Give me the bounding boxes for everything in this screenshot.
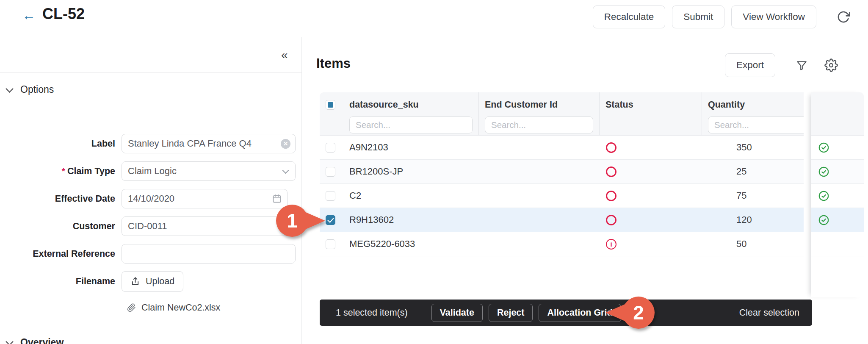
collapse-panel-icon[interactable]: « <box>281 48 288 62</box>
form-row-external-reference: External Reference <box>0 244 296 264</box>
panel-divider <box>301 37 302 344</box>
pinned-column-header <box>811 92 864 136</box>
pinned-cell <box>811 184 864 208</box>
row-status-icon: i <box>606 239 616 250</box>
annotation-step-2: 2 <box>622 297 655 329</box>
selection-bar: 1 selected item(s) Validate Reject Alloc… <box>320 300 812 326</box>
field-label: Customer <box>0 221 122 232</box>
row-status-icon <box>606 142 616 153</box>
table-row[interactable]: BR1200S-JP 25 <box>320 160 807 184</box>
field-label: Label <box>0 139 122 149</box>
annotation-pointer <box>306 212 325 229</box>
required-asterisk: * <box>62 166 65 176</box>
table-header: datasource_sku End Customer Id Status Qu… <box>320 92 807 136</box>
quantity-search-input[interactable] <box>708 117 807 133</box>
field-label: Effective Date <box>0 194 122 204</box>
gear-icon[interactable] <box>824 58 838 72</box>
clear-icon[interactable]: ✕ <box>281 139 290 149</box>
column-end-customer-id[interactable]: End Customer Id <box>478 92 599 135</box>
column-header-label: End Customer Id <box>479 97 599 114</box>
row-status-icon <box>606 215 616 225</box>
row-status-icon <box>606 191 616 201</box>
options-section-header[interactable]: Options <box>7 84 54 95</box>
refresh-icon[interactable] <box>837 10 850 24</box>
table-row[interactable]: A9N2103 350 <box>320 136 807 160</box>
column-quantity[interactable]: Quantity <box>702 92 807 135</box>
submit-button[interactable]: Submit <box>672 6 724 28</box>
recalculate-button[interactable]: Recalculate <box>593 6 666 28</box>
overview-section-header[interactable]: Overview <box>7 337 64 344</box>
selected-count-text: 1 selected item(s) <box>336 308 408 318</box>
external-reference-field[interactable] <box>122 244 296 264</box>
chevron-down-icon <box>6 338 13 344</box>
effective-date-field[interactable] <box>122 189 287 208</box>
scrollbar-track[interactable] <box>804 92 811 297</box>
row-sku: C2 <box>343 190 478 201</box>
column-datasource-sku[interactable]: datasource_sku <box>343 92 478 135</box>
table-row[interactable]: C2 75 <box>320 184 807 208</box>
export-button[interactable]: Export <box>725 53 775 77</box>
column-header-label: Status <box>600 97 702 114</box>
claim-type-select[interactable]: Claim Logic <box>122 161 296 181</box>
selection-bar-actions: Validate Reject Allocation Grid <box>431 304 621 322</box>
paperclip-icon <box>127 303 136 312</box>
row-quantity: 75 <box>702 190 807 201</box>
form-row-claim-type: *Claim Type Claim Logic <box>0 161 296 181</box>
external-reference-input[interactable] <box>122 244 295 263</box>
customer-select[interactable]: CID-0011 <box>122 216 296 236</box>
upload-button-label: Upload <box>146 276 174 287</box>
header-divider <box>0 72 301 73</box>
options-form: Label ✕ *Claim Type Claim Logic Effectiv… <box>0 134 296 313</box>
sku-search-input[interactable] <box>349 117 473 133</box>
row-quantity: 120 <box>702 214 807 225</box>
row-checkbox[interactable] <box>326 239 335 249</box>
chevron-down-icon <box>6 85 13 92</box>
annotation-step-1: 1 <box>276 205 308 237</box>
options-section-title: Options <box>20 84 54 95</box>
pinned-cell <box>811 136 864 160</box>
column-header-label: datasource_sku <box>343 97 478 114</box>
claim-detail-page: ← CL-52 Recalculate Submit View Workflow… <box>0 0 868 344</box>
annotation-pointer <box>605 304 625 321</box>
row-sku: A9N2103 <box>343 142 478 153</box>
form-row-label: Label ✕ <box>0 134 296 153</box>
form-row-effective-date: Effective Date <box>0 189 296 208</box>
label-input[interactable] <box>122 134 295 153</box>
back-arrow-icon[interactable]: ← <box>22 8 36 23</box>
end-customer-search-input[interactable] <box>485 117 593 133</box>
validate-button[interactable]: Validate <box>431 304 483 322</box>
check-circle-icon <box>818 142 829 153</box>
form-row-customer: Customer CID-0011 <box>0 216 296 236</box>
annotation-number: 2 <box>622 297 655 329</box>
select-all-checkbox[interactable] <box>326 100 335 110</box>
calendar-icon[interactable] <box>272 194 282 204</box>
table-row[interactable]: MEG5220-6033 i 50 <box>320 232 807 256</box>
label-field[interactable]: ✕ <box>122 134 296 153</box>
page-title: CL-52 <box>42 5 85 23</box>
form-row-filename: Filename Upload <box>0 272 296 291</box>
claim-type-value: Claim Logic <box>122 166 177 177</box>
items-table: datasource_sku End Customer Id Status Qu… <box>320 92 807 256</box>
header-actions: Recalculate Submit View Workflow <box>593 6 816 28</box>
reject-button[interactable]: Reject <box>489 304 533 322</box>
row-checkbox[interactable] <box>326 215 335 225</box>
clear-selection-button[interactable]: Clear selection <box>739 308 799 318</box>
items-title: Items <box>316 56 351 71</box>
view-workflow-button[interactable]: View Workflow <box>731 6 816 28</box>
attachment-row[interactable]: Claim NewCo2.xlsx <box>127 302 296 313</box>
row-checkbox[interactable] <box>326 167 335 177</box>
check-circle-icon <box>818 190 829 202</box>
field-label: Filename <box>0 276 122 287</box>
row-checkbox[interactable] <box>326 191 335 201</box>
upload-button[interactable]: Upload <box>122 271 183 292</box>
upload-icon <box>130 277 140 286</box>
row-checkbox[interactable] <box>326 143 335 153</box>
filter-icon[interactable] <box>796 60 807 71</box>
field-label: *Claim Type <box>0 166 122 177</box>
field-label: External Reference <box>0 249 122 259</box>
attachment-filename[interactable]: Claim NewCo2.xlsx <box>141 302 220 313</box>
column-status[interactable]: Status <box>599 92 702 135</box>
effective-date-input[interactable] <box>122 189 287 208</box>
table-row[interactable]: R9H13602 120 <box>320 208 807 232</box>
check-circle-icon <box>818 214 829 226</box>
